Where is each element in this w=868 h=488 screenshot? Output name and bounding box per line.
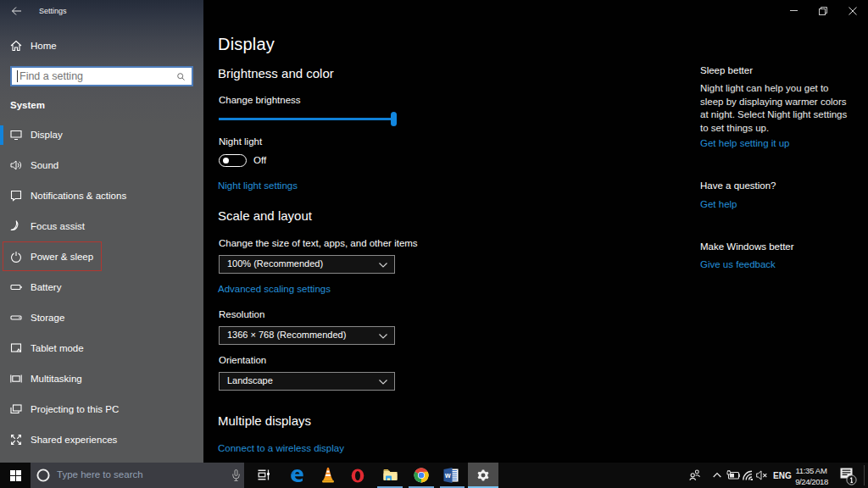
svg-text:w: w <box>444 471 451 480</box>
